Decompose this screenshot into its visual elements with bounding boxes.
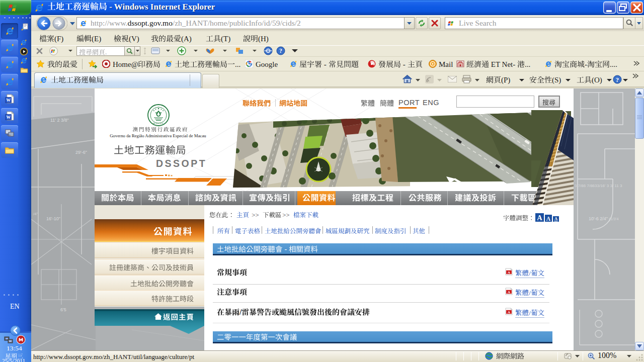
svg-text:11' 2 3/8": 11' 2 3/8" (50, 118, 69, 123)
svg-text:29'-6": 29'-6" (75, 150, 87, 155)
svg-text:/4": /4" (33, 212, 38, 216)
svg-text:?: ? (616, 76, 619, 83)
svg-text:6'5: 6'5 (60, 307, 66, 312)
svg-text:A: A (554, 216, 558, 221)
svg-text:3 7/86 7/8633/16' 3 3/ 11 3: 3 7/86 7/8633/16' 3 3/ 11 3 (575, 184, 622, 188)
svg-text:16'-10": 16'-10" (46, 216, 60, 221)
svg-text:A: A (546, 216, 551, 222)
svg-text:?: ? (279, 47, 282, 54)
svg-text:10'-6 2/4": 10'-6 2/4" (589, 216, 608, 221)
svg-text:(1/3'4: (1/3'4 (609, 217, 619, 221)
svg-text:A: A (537, 214, 542, 222)
